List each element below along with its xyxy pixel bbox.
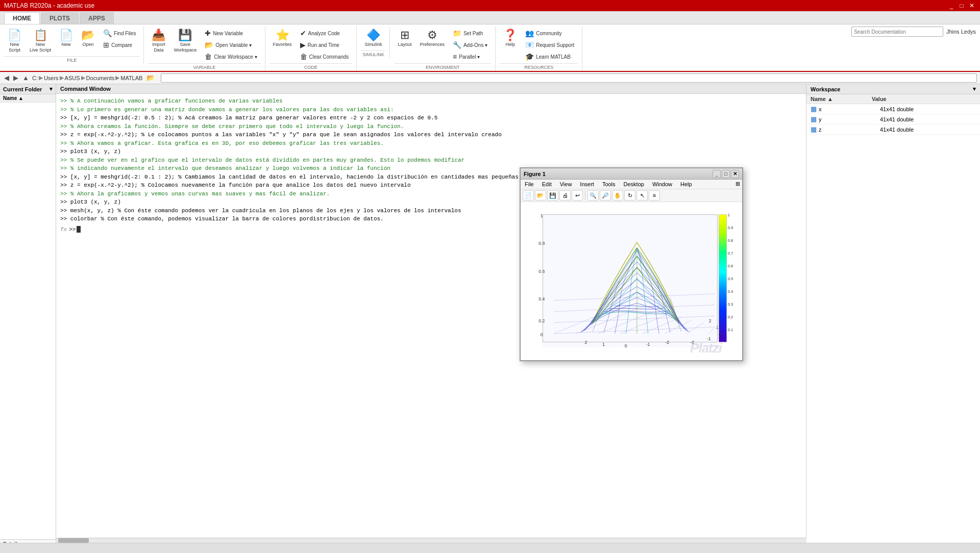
- request-support-button[interactable]: 📧 Request Support: [522, 39, 578, 51]
- ws-name-col-header[interactable]: Name ▲: [811, 96, 872, 102]
- figure-close-btn[interactable]: ✕: [731, 170, 739, 178]
- scroll-thumb[interactable]: [58, 538, 89, 543]
- fig-menu-window[interactable]: Window: [650, 181, 674, 188]
- workspace-row-y[interactable]: ▦ y 41x41 double: [806, 114, 980, 124]
- ws-value-col-header[interactable]: Value: [872, 96, 976, 102]
- browse-btn[interactable]: 📂: [146, 74, 155, 82]
- fig-tool-data[interactable]: ≡: [649, 190, 660, 200]
- fig-menu-file[interactable]: File: [523, 181, 536, 188]
- community-button[interactable]: 👥 Community: [522, 28, 578, 39]
- app-title: MATLAB R2020a - academic use: [4, 2, 94, 9]
- path-users[interactable]: Users: [44, 75, 59, 81]
- favorites-button[interactable]: ⭐ Favorites: [270, 28, 296, 49]
- simulink-button[interactable]: 🔷 Simulink: [361, 28, 385, 49]
- fig-expand-icon[interactable]: ⊞: [736, 181, 740, 188]
- nav-back-btn[interactable]: ◀: [3, 74, 10, 82]
- fig-tool-new[interactable]: 📄: [523, 190, 534, 200]
- clear-commands-button[interactable]: 🗑 Clear Commands: [297, 51, 353, 62]
- open-variable-button[interactable]: 📂 Open Variable ▾: [201, 39, 260, 51]
- folder-collapse-icon[interactable]: ▾: [50, 86, 53, 92]
- fig-tool-undo[interactable]: ↩: [572, 190, 583, 200]
- variable-icon-z: ▦: [811, 125, 817, 133]
- open-button[interactable]: 📂 Open: [78, 28, 99, 49]
- search-documentation-input[interactable]: [851, 27, 943, 37]
- community-icon: 👥: [525, 29, 534, 37]
- import-icon: 📥: [152, 30, 165, 41]
- fig-menu-help[interactable]: Help: [678, 181, 694, 188]
- svg-text:0.3: 0.3: [728, 302, 733, 307]
- figure-minimize-btn[interactable]: _: [713, 170, 721, 178]
- support-icon: 📧: [525, 41, 534, 49]
- fig-menu-edit[interactable]: Edit: [540, 181, 554, 188]
- save-workspace-button[interactable]: 💾 SaveWorkspace: [170, 28, 200, 55]
- figure-window-controls[interactable]: _ □ ✕: [713, 170, 739, 178]
- path-documents[interactable]: Documents: [86, 75, 115, 81]
- fig-menu-view[interactable]: View: [558, 181, 574, 188]
- ribbon-group-file: 📄 NewScript 📋 NewLive Script 📄 New 📂 Ope…: [0, 27, 144, 64]
- close-btn[interactable]: ✕: [968, 2, 976, 10]
- fig-menu-insert[interactable]: Insert: [578, 181, 596, 188]
- nav-forward-btn[interactable]: ▶: [12, 74, 19, 82]
- svg-text:0: 0: [541, 333, 543, 338]
- path-c[interactable]: C:: [32, 75, 38, 81]
- fig-tool-open[interactable]: 📂: [535, 190, 546, 200]
- horizontal-scrollbar[interactable]: [56, 538, 806, 543]
- variable-group-label: VARIABLE: [148, 63, 260, 70]
- set-path-button[interactable]: 📁 Set Path: [449, 28, 491, 39]
- path-matlab[interactable]: MATLAB: [120, 75, 142, 81]
- fig-tool-save[interactable]: 💾: [547, 190, 558, 200]
- ribbon-group-variable: 📥 ImportData 💾 SaveWorkspace ✚ New Varia…: [144, 27, 265, 71]
- new-script-button[interactable]: 📄 NewScript: [4, 28, 25, 55]
- layout-button[interactable]: ⊞ Layout: [394, 28, 415, 49]
- learn-matlab-button[interactable]: 🎓 Learn MATLAB: [522, 51, 578, 62]
- maximize-btn[interactable]: □: [958, 2, 966, 10]
- fig-tool-zoom-in[interactable]: 🔍: [587, 190, 599, 200]
- parallel-button[interactable]: ≡ Parallel ▾: [449, 51, 491, 62]
- workspace-row-z[interactable]: ▦ z 41x41 double: [806, 124, 980, 135]
- workspace-row-x[interactable]: ▦ x 41x41 double: [806, 104, 980, 114]
- preferences-button[interactable]: ⚙ Preferences: [416, 28, 448, 49]
- user-profile[interactable]: Jhins Ledys: [946, 29, 976, 35]
- window-controls[interactable]: _ □ ✕: [947, 2, 976, 10]
- clear-workspace-button[interactable]: 🗑 Clear Workspace ▾: [201, 51, 260, 62]
- tab-home[interactable]: HOME: [4, 12, 40, 24]
- add-ons-button[interactable]: 🔧 Add-Ons ▾: [449, 39, 491, 51]
- set-path-icon: 📁: [453, 29, 461, 37]
- cursor-blink: [77, 226, 81, 233]
- new-button[interactable]: 📄 New: [56, 28, 77, 49]
- fig-menu-tools[interactable]: Tools: [600, 181, 618, 188]
- fig-tool-zoom-out[interactable]: 🔎: [600, 190, 611, 200]
- fig-tool-pan[interactable]: ✋: [612, 190, 623, 200]
- fig-tool-cursor[interactable]: ↖: [636, 190, 648, 200]
- figure-window: Figure 1 _ □ ✕ File Edit View Insert Too…: [520, 167, 743, 361]
- tab-apps[interactable]: APPS: [80, 12, 114, 24]
- analyze-code-button[interactable]: ✔ Analyze Code: [297, 28, 353, 39]
- run-and-time-button[interactable]: ▶ Run and Time: [297, 39, 353, 51]
- find-files-button[interactable]: 🔍 Find Files: [100, 28, 139, 39]
- figure-maximize-btn[interactable]: □: [722, 170, 730, 178]
- tab-plots[interactable]: PLOTS: [41, 12, 79, 24]
- workspace-collapse-icon[interactable]: ▾: [973, 86, 976, 92]
- compare-button[interactable]: ⊞ Compare: [100, 39, 139, 51]
- plot-svg: 1 0.9 0.8 0.7 0.6 0.5 0.4 0.3 0.2 0.1 1 …: [521, 202, 742, 360]
- current-folder-header: Current Folder ▾: [0, 84, 56, 94]
- minimize-btn[interactable]: _: [947, 2, 955, 10]
- help-button[interactable]: ❓ Help: [500, 28, 521, 49]
- variable-icon-y: ▦: [811, 115, 817, 123]
- fig-tool-rotate[interactable]: ↻: [624, 190, 635, 200]
- ribbon-group-environment: ⊞ Layout ⚙ Preferences 📁 Set Path 🔧 Add-…: [390, 27, 496, 71]
- fig-menu-desktop[interactable]: Desktop: [622, 181, 646, 188]
- new-live-script-button[interactable]: 📋 NewLive Script: [26, 28, 55, 55]
- figure-titlebar: Figure 1 _ □ ✕: [521, 168, 742, 180]
- new-variable-button[interactable]: ✚ New Variable: [201, 28, 260, 39]
- var-value-y: 41x41 double: [880, 116, 976, 122]
- var-name-x: x: [819, 106, 880, 112]
- nav-up-btn[interactable]: ▲: [21, 74, 30, 82]
- variable-icon-x: ▦: [811, 105, 817, 113]
- current-folder-title: Current Folder: [3, 86, 42, 92]
- import-data-button[interactable]: 📥 ImportData: [148, 28, 169, 55]
- fig-tool-print[interactable]: 🖨: [559, 190, 571, 200]
- path-asus[interactable]: ASUS: [65, 75, 80, 81]
- folder-name-col-header[interactable]: Name ▲: [3, 95, 23, 101]
- path-input[interactable]: [161, 73, 977, 83]
